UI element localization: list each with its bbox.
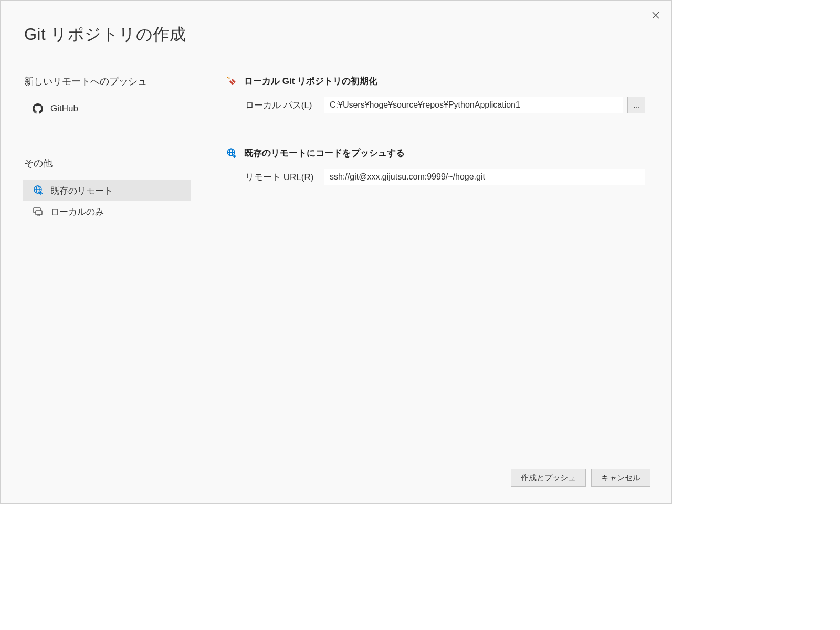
dialog-content: 新しいリモートへのプッシュ GitHub その他 — [1, 46, 671, 503]
create-git-repo-dialog: Git リポジトリの作成 新しいリモートへのプッシュ GitHub その他 — [0, 0, 672, 504]
globe-push-icon — [226, 148, 237, 159]
local-path-label: ローカル パス(L) — [245, 99, 324, 111]
close-icon — [652, 12, 659, 19]
browse-button[interactable]: ... — [627, 97, 645, 113]
button-bar: 作成とプッシュ キャンセル — [511, 469, 650, 487]
sidebar-item-label: ローカルのみ — [50, 206, 104, 218]
sidebar: 新しいリモートへのプッシュ GitHub その他 — [1, 75, 195, 503]
remote-url-input[interactable] — [324, 169, 645, 185]
section-header-local-init: ローカル Git リポジトリの初期化 — [226, 75, 645, 87]
svg-rect-7 — [38, 215, 40, 216]
form-row-local-path: ローカル パス(L) ... — [226, 97, 645, 113]
dialog-title: Git リポジトリの作成 — [1, 1, 671, 46]
section-header-other: その他 — [24, 157, 195, 170]
section-header-label: 既存のリモートにコードをプッシュする — [244, 147, 405, 159]
section-header-label: ローカル Git リポジトリの初期化 — [244, 75, 377, 87]
sidebar-item-label: GitHub — [50, 103, 78, 114]
local-path-input[interactable] — [324, 97, 623, 113]
globe-push-icon — [33, 185, 43, 196]
github-icon — [33, 103, 43, 114]
close-button[interactable] — [650, 10, 661, 20]
section-header-push: 新しいリモートへのプッシュ — [24, 75, 195, 88]
svg-rect-6 — [36, 211, 42, 215]
cancel-button[interactable]: キャンセル — [591, 469, 650, 487]
main-panel: ローカル Git リポジトリの初期化 ローカル パス(L) ... — [195, 75, 671, 503]
sidebar-item-local-only[interactable]: ローカルのみ — [23, 201, 195, 222]
computer-icon — [33, 206, 43, 217]
form-row-remote-url: リモート URL(R) — [226, 169, 645, 185]
sidebar-item-existing-remote[interactable]: 既存のリモート — [23, 180, 191, 201]
sidebar-item-github[interactable]: GitHub — [23, 98, 195, 119]
remote-url-label: リモート URL(R) — [245, 171, 324, 183]
git-init-icon — [226, 76, 237, 87]
section-header-push-existing: 既存のリモートにコードをプッシュする — [226, 147, 645, 159]
create-and-push-button[interactable]: 作成とプッシュ — [511, 469, 586, 487]
sidebar-item-label: 既存のリモート — [50, 185, 113, 197]
